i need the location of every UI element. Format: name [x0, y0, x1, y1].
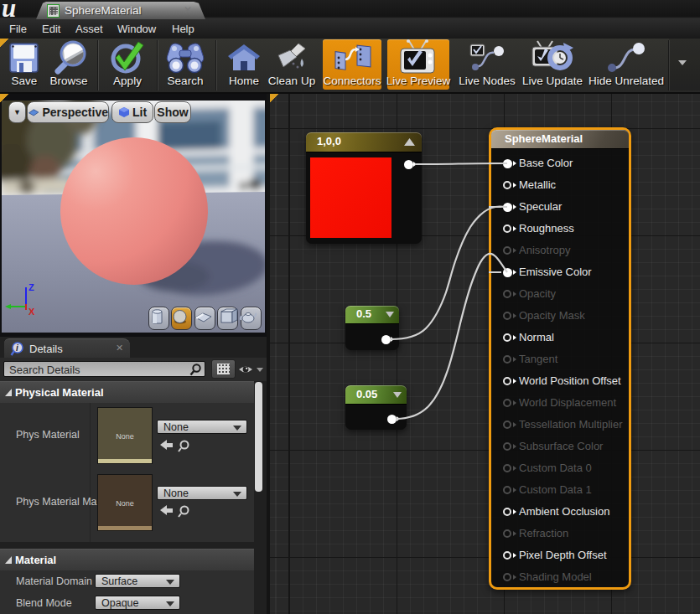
svg-text:Z: Z — [29, 282, 34, 292]
svg-text:X: X — [29, 307, 35, 317]
svg-text:i: i — [16, 343, 18, 353]
